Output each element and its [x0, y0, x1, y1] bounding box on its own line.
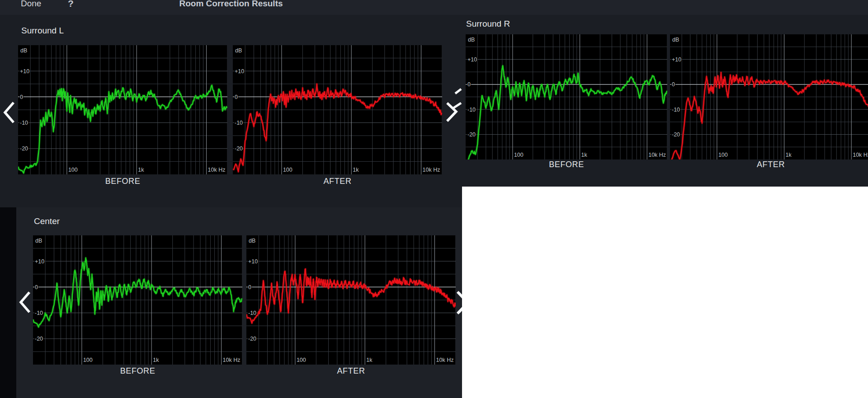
svg-text:-10: -10	[672, 107, 680, 113]
svg-text:0: 0	[35, 284, 38, 290]
svg-text:1k: 1k	[153, 357, 159, 363]
svg-text:dB: dB	[468, 37, 475, 43]
svg-text:100: 100	[297, 357, 306, 363]
svg-text:-20: -20	[235, 145, 243, 152]
svg-text:1k: 1k	[786, 152, 792, 158]
svg-text:100: 100	[283, 167, 292, 173]
after-label: AFTER	[670, 160, 868, 169]
svg-text:100: 100	[718, 152, 728, 158]
svg-text:-20: -20	[467, 131, 476, 138]
panel-surround-r: Surround R dB+100-10-201001k10k Hz dB+10…	[462, 15, 868, 187]
svg-text:100: 100	[83, 357, 93, 363]
after-label: AFTER	[233, 177, 442, 186]
page-title: Room Correction Results	[0, 0, 462, 9]
svg-text:+10: +10	[248, 258, 258, 265]
svg-text:10k Hz: 10k Hz	[208, 167, 226, 173]
svg-text:1k: 1k	[353, 167, 359, 173]
svg-text:-20: -20	[672, 131, 680, 138]
svg-text:0: 0	[467, 81, 471, 88]
svg-text:+10: +10	[35, 258, 44, 265]
svg-text:1k: 1k	[581, 152, 588, 158]
svg-text:10k Hz: 10k Hz	[423, 167, 440, 173]
svg-text:+10: +10	[20, 68, 29, 75]
svg-text:1k: 1k	[138, 167, 144, 173]
svg-text:-10: -10	[20, 120, 28, 126]
surround-l-after-chart: dB+100-10-201001k10k Hz	[233, 45, 442, 174]
svg-text:+10: +10	[467, 56, 477, 63]
room-correction-screen: Done ? Room Correction Results Surround …	[0, 0, 868, 398]
svg-text:1k: 1k	[366, 357, 373, 363]
before-label: BEFORE	[33, 366, 242, 376]
chevron-left-icon[interactable]	[19, 291, 31, 314]
svg-text:10k Hz: 10k Hz	[853, 152, 868, 158]
after-label: AFTER	[246, 366, 456, 376]
svg-text:dB: dB	[35, 238, 42, 244]
svg-text:0: 0	[248, 284, 251, 290]
center-after-chart: dB+100-10-201001k10k Hz	[246, 235, 456, 365]
speaker-label: Surround R	[466, 19, 510, 29]
chevron-right-icon[interactable]	[456, 290, 462, 315]
svg-text:dB: dB	[20, 47, 27, 54]
svg-text:100: 100	[68, 167, 78, 173]
svg-text:-20: -20	[248, 336, 256, 342]
next-page-blank	[462, 187, 868, 398]
svg-text:0: 0	[672, 81, 675, 88]
header-bar: Done ? Room Correction Results	[0, 0, 868, 15]
surround-r-before-chart: dB+100-10-201001k10k Hz	[466, 34, 667, 159]
svg-text:+10: +10	[672, 56, 681, 63]
svg-text:+10: +10	[235, 68, 244, 75]
svg-text:0: 0	[235, 94, 238, 100]
svg-text:-10: -10	[35, 310, 43, 316]
bottom-left-gutter	[0, 207, 16, 398]
before-label: BEFORE	[466, 160, 667, 169]
center-before-chart: dB+100-10-201001k10k Hz	[33, 235, 242, 365]
svg-text:-10: -10	[467, 107, 476, 113]
svg-text:-10: -10	[235, 120, 243, 126]
svg-text:-20: -20	[20, 145, 28, 152]
svg-text:dB: dB	[672, 37, 679, 43]
svg-text:dB: dB	[249, 238, 255, 244]
panel-center: Center dB+100-10-201001k10k Hz dB+100-10…	[16, 207, 462, 398]
partial-chevron-icon	[453, 88, 462, 112]
svg-text:-10: -10	[248, 310, 256, 316]
panel-surround-l: Surround L dB+100-10-201001k10k Hz dB+10…	[0, 15, 462, 207]
before-label: BEFORE	[18, 177, 227, 186]
svg-text:10k Hz: 10k Hz	[436, 357, 454, 363]
surround-l-before-chart: dB+100-10-201001k10k Hz	[18, 45, 227, 174]
chevron-left-icon[interactable]	[3, 101, 15, 124]
svg-text:dB: dB	[235, 47, 242, 54]
speaker-label: Surround L	[21, 26, 64, 36]
svg-text:10k Hz: 10k Hz	[648, 152, 666, 158]
svg-text:100: 100	[514, 152, 524, 158]
svg-text:10k Hz: 10k Hz	[223, 357, 241, 363]
svg-text:0: 0	[20, 94, 23, 100]
speaker-label: Center	[34, 216, 60, 226]
surround-r-after-chart: dB+100-10-201001k10k Hz	[670, 34, 868, 159]
svg-text:-20: -20	[35, 336, 43, 342]
